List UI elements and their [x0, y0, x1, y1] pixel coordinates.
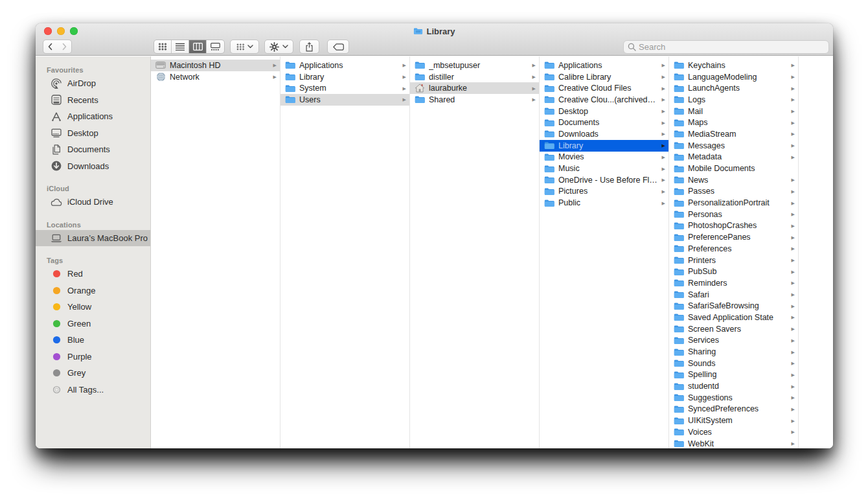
file-row-creative-cloud-files[interactable]: Creative Cloud Files▶: [540, 82, 668, 94]
file-row-library[interactable]: Library▶: [280, 71, 409, 83]
applications-icon: [51, 111, 62, 122]
file-row-maps[interactable]: Maps▶: [669, 117, 798, 128]
list-view-button[interactable]: [172, 40, 189, 53]
file-row-mediastream[interactable]: MediaStream▶: [669, 128, 798, 140]
file-row-users[interactable]: Users▶: [280, 94, 409, 106]
sidebar-item-label: Grey: [67, 368, 86, 378]
sidebar-item-airdrop[interactable]: AirDrop: [36, 75, 150, 92]
file-row-music[interactable]: Music▶: [540, 163, 668, 174]
sidebar-item-laura-s-macbook-pro[interactable]: Laura’s MacBook Pro: [36, 230, 150, 247]
file-row-languagemodeling[interactable]: LanguageModeling▶: [669, 71, 798, 83]
file-row-screen-savers[interactable]: Screen Savers▶: [669, 323, 798, 335]
file-row-keychains[interactable]: Keychains▶: [669, 60, 798, 71]
search-field[interactable]: [623, 40, 829, 54]
file-row-services[interactable]: Services▶: [669, 335, 798, 347]
tags-button[interactable]: [327, 40, 349, 54]
file-row-reminders[interactable]: Reminders▶: [669, 277, 798, 289]
file-row-logs[interactable]: Logs▶: [669, 94, 798, 106]
sidebar-item-grey[interactable]: Grey: [36, 365, 150, 382]
sidebar-item-downloads[interactable]: Downloads: [36, 158, 150, 175]
file-row-calibre-library[interactable]: Calibre Library▶: [540, 71, 668, 83]
search-icon: [628, 43, 636, 51]
file-row-movies[interactable]: Movies▶: [540, 152, 668, 163]
actions-button[interactable]: [264, 40, 293, 54]
file-row-personalizationportrait[interactable]: PersonalizationPortrait▶: [669, 197, 798, 209]
file-row-onedrive-use-before-flight[interactable]: OneDrive - Use Before Flight▶: [540, 174, 668, 186]
file-row-metadata[interactable]: Metadata▶: [669, 152, 798, 163]
file-row-studentd[interactable]: studentd▶: [669, 380, 798, 392]
disclosure-arrow-icon: ▶: [792, 292, 795, 297]
search-input[interactable]: [639, 42, 825, 52]
file-row-safari[interactable]: Safari▶: [669, 289, 798, 301]
file-row-mail[interactable]: Mail▶: [669, 106, 798, 117]
file-row-personas[interactable]: Personas▶: [669, 209, 798, 220]
file-name: Library: [558, 141, 658, 150]
file-row-suggestions[interactable]: Suggestions▶: [669, 392, 798, 404]
file-row-printers[interactable]: Printers▶: [669, 255, 798, 266]
file-row-mobile-documents[interactable]: Mobile Documents: [669, 163, 798, 174]
file-row-applications[interactable]: Applications▶: [280, 60, 409, 71]
sidebar-item-orange[interactable]: Orange: [36, 282, 150, 299]
file-row-pictures[interactable]: Pictures▶: [540, 186, 668, 198]
file-row-lauraburke[interactable]: lauraburke▶: [410, 82, 539, 94]
file-row-preferencepanes[interactable]: PreferencePanes▶: [669, 231, 798, 243]
file-row-network[interactable]: Network▶: [151, 71, 280, 83]
file-row-sharing[interactable]: Sharing▶: [669, 346, 798, 358]
file-row-photoshopcrashes[interactable]: PhotoshopCrashes▶: [669, 220, 798, 232]
share-button[interactable]: [299, 40, 319, 54]
sidebar-item-recents[interactable]: Recents: [36, 92, 150, 109]
file-row-launchagents[interactable]: LaunchAgents▶: [669, 82, 798, 94]
file-name: Sharing: [688, 347, 788, 356]
file-row-downloads[interactable]: Downloads▶: [540, 128, 668, 140]
sidebar-item-applications[interactable]: Applications: [36, 108, 150, 125]
file-name: Movies: [558, 152, 658, 161]
file-row-macintosh-hd[interactable]: Macintosh HD▶: [151, 60, 280, 71]
file-row-shared[interactable]: Shared▶: [410, 94, 539, 106]
folder-icon: [544, 73, 554, 81]
file-row-news[interactable]: News▶: [669, 174, 798, 186]
file-row-sounds[interactable]: Sounds▶: [669, 358, 798, 369]
sidebar-item-icloud-drive[interactable]: iCloud Drive: [36, 194, 150, 211]
file-row-public[interactable]: Public▶: [540, 197, 668, 209]
file-row-safarisafebrowsing[interactable]: SafariSafeBrowsing▶: [669, 300, 798, 312]
file-row-distiller[interactable]: distiller▶: [410, 71, 539, 83]
file-row-library[interactable]: Library▶: [540, 140, 668, 152]
icon-view-button[interactable]: [154, 40, 172, 53]
file-row-uikitsystem[interactable]: UIKitSystem▶: [669, 415, 798, 426]
forward-button[interactable]: [57, 40, 72, 54]
file-row-creative-clou-archived-1[interactable]: Creative Clou...(archived) (1)▶: [540, 94, 668, 106]
file-row-messages[interactable]: Messages▶: [669, 140, 798, 152]
sidebar: Favourites AirDrop Recents Applications …: [36, 56, 151, 448]
file-row-passes[interactable]: Passes▶: [669, 186, 798, 198]
file-row-documents[interactable]: Documents▶: [540, 117, 668, 128]
file-row-pubsub[interactable]: PubSub▶: [669, 266, 798, 277]
file-row-system[interactable]: System▶: [280, 82, 409, 94]
folder-icon: [544, 187, 554, 196]
sidebar-item-all-tags[interactable]: All Tags...: [36, 382, 150, 398]
file-name: studentd: [688, 382, 788, 391]
back-button[interactable]: [43, 40, 58, 54]
titlebar[interactable]: Library: [36, 23, 833, 39]
file-row-voices[interactable]: Voices▶: [669, 426, 798, 438]
file-row-preferences[interactable]: Preferences▶: [669, 243, 798, 255]
file-row-spelling[interactable]: Spelling▶: [669, 369, 798, 381]
gallery-view-button[interactable]: [207, 40, 224, 53]
sidebar-item-yellow[interactable]: Yellow: [36, 299, 150, 316]
file-row-applications[interactable]: Applications▶: [540, 60, 668, 71]
sidebar-item-green[interactable]: Green: [36, 316, 150, 332]
sidebar-item-red[interactable]: Red: [36, 266, 150, 282]
sidebar-item-desktop[interactable]: Desktop: [36, 125, 150, 142]
sidebar-item-documents[interactable]: Documents: [36, 141, 150, 158]
column-view-button[interactable]: [189, 40, 207, 53]
disclosure-arrow-icon: ▶: [662, 155, 665, 159]
file-row-webkit[interactable]: WebKit▶: [669, 438, 798, 448]
sidebar-item-purple[interactable]: Purple: [36, 349, 150, 365]
file-row-desktop[interactable]: Desktop▶: [540, 106, 668, 117]
sidebar-item-blue[interactable]: Blue: [36, 332, 150, 349]
file-name: Documents: [558, 118, 658, 127]
file-row-mbsetupuser[interactable]: _mbsetupuser▶: [410, 60, 539, 71]
file-name: distiller: [429, 73, 529, 82]
file-row-syncedpreferences[interactable]: SyncedPreferences▶: [669, 404, 798, 415]
group-by-button[interactable]: [230, 40, 259, 54]
file-row-saved-application-state[interactable]: Saved Application State▶: [669, 312, 798, 323]
